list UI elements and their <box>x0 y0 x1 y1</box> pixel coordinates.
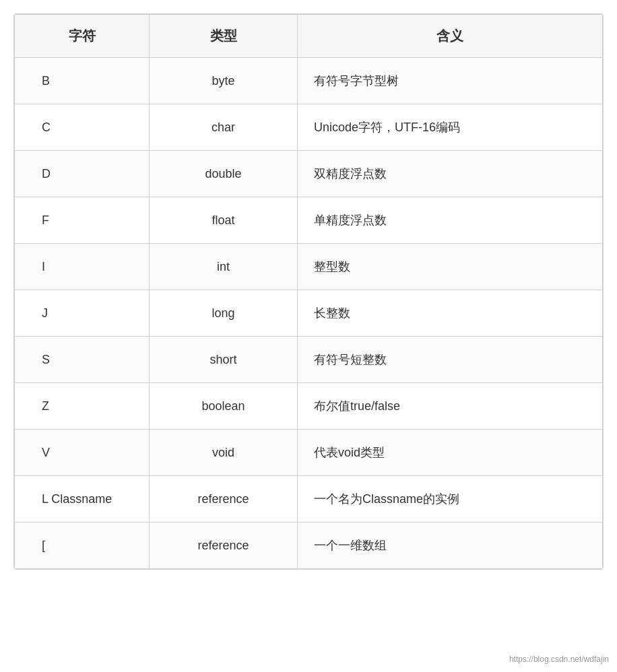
cell-meaning: 一个名为Classname的实例 <box>298 476 603 523</box>
cell-char: B <box>15 58 150 104</box>
cell-type: byte <box>150 58 298 104</box>
main-table-container: 字符 类型 含义 Bbyte有符号字节型树CcharUnicode字符，UTF-… <box>13 13 604 570</box>
cell-char: F <box>15 197 150 244</box>
cell-type: reference <box>150 476 298 523</box>
cell-type: int <box>150 244 298 290</box>
table-row: CcharUnicode字符，UTF-16编码 <box>15 104 603 151</box>
header-type: 类型 <box>150 15 298 58</box>
cell-type: short <box>150 337 298 383</box>
cell-type: boolean <box>150 383 298 430</box>
table-header-row: 字符 类型 含义 <box>15 15 603 58</box>
table-row: Ddouble双精度浮点数 <box>15 151 603 197</box>
cell-char: S <box>15 337 150 383</box>
cell-type: reference <box>150 523 298 569</box>
table-body: Bbyte有符号字节型树CcharUnicode字符，UTF-16编码Ddoub… <box>15 58 603 569</box>
table-row: Jlong长整数 <box>15 290 603 337</box>
cell-meaning: 双精度浮点数 <box>298 151 603 197</box>
cell-meaning: 代表void类型 <box>298 430 603 476</box>
table-row: [reference一个一维数组 <box>15 523 603 569</box>
table-row: Zboolean布尔值true/false <box>15 383 603 430</box>
cell-meaning: 有符号字节型树 <box>298 58 603 104</box>
cell-type: double <box>150 151 298 197</box>
cell-meaning: Unicode字符，UTF-16编码 <box>298 104 603 151</box>
cell-meaning: 一个一维数组 <box>298 523 603 569</box>
cell-char: Z <box>15 383 150 430</box>
cell-type: char <box>150 104 298 151</box>
cell-meaning: 单精度浮点数 <box>298 197 603 244</box>
cell-char: V <box>15 430 150 476</box>
cell-char: J <box>15 290 150 337</box>
cell-meaning: 布尔值true/false <box>298 383 603 430</box>
cell-type: void <box>150 430 298 476</box>
header-char: 字符 <box>15 15 150 58</box>
table-row: Bbyte有符号字节型树 <box>15 58 603 104</box>
table-row: Sshort有符号短整数 <box>15 337 603 383</box>
table-row: Vvoid代表void类型 <box>15 430 603 476</box>
header-meaning: 含义 <box>298 15 603 58</box>
cell-char: L Classname <box>15 476 150 523</box>
table-row: Iint整型数 <box>15 244 603 290</box>
cell-meaning: 整型数 <box>298 244 603 290</box>
cell-type: float <box>150 197 298 244</box>
cell-meaning: 有符号短整数 <box>298 337 603 383</box>
table-row: Ffloat单精度浮点数 <box>15 197 603 244</box>
cell-char: I <box>15 244 150 290</box>
cell-char: D <box>15 151 150 197</box>
watermark: https://blog.csdn.net/wdfajin <box>509 654 609 664</box>
cell-char: C <box>15 104 150 151</box>
cell-type: long <box>150 290 298 337</box>
type-reference-table: 字符 类型 含义 Bbyte有符号字节型树CcharUnicode字符，UTF-… <box>14 14 603 569</box>
cell-meaning: 长整数 <box>298 290 603 337</box>
table-row: L Classnamereference一个名为Classname的实例 <box>15 476 603 523</box>
cell-char: [ <box>15 523 150 569</box>
